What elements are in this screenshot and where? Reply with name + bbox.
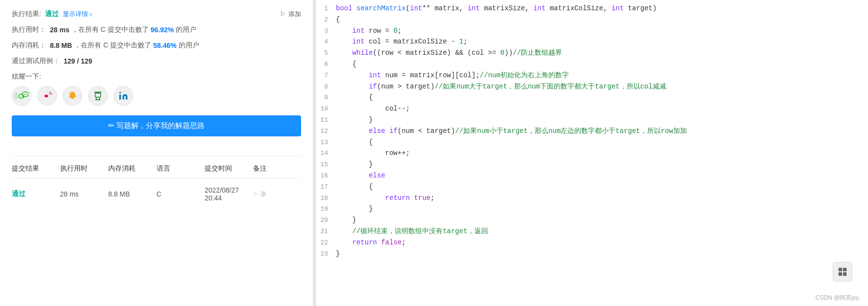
testcase-row: 通过测试用例： 129 / 129 — [12, 57, 301, 66]
code-line-12: 12 else if(num < target)//如果num小于target，… — [316, 126, 868, 137]
code-line-16: 16 else — [316, 170, 868, 181]
code-line-23: 23 } — [316, 248, 868, 260]
code-line-10: 10 col--; — [316, 103, 868, 114]
line-num-23: 23 — [316, 249, 336, 260]
line-num-12: 12 — [316, 127, 336, 137]
code-content-14: row++; — [336, 148, 868, 158]
code-content-3: int row = 0; — [336, 25, 868, 36]
code-line-9: 9 { — [316, 92, 868, 103]
testcase-value: 129 / 129 — [64, 57, 92, 65]
svg-rect-9 — [839, 268, 842, 271]
memory-value: 8.8 MB — [50, 42, 72, 49]
testcase-label: 通过测试用例： — [12, 57, 60, 66]
code-content-8: if(num > target)//如果num大于target，那么num下面的… — [336, 81, 868, 92]
code-content-5: while((row < matrixSize) && (col >= 0))/… — [336, 47, 868, 58]
row-result: 通过 — [12, 190, 60, 198]
code-line-3: 3 int row = 0; — [316, 25, 868, 37]
code-content-10: col--; — [336, 103, 868, 114]
code-content-9: { — [336, 92, 868, 103]
pass-badge: 通过 — [45, 10, 59, 19]
line-num-18: 18 — [316, 194, 336, 204]
col-header-note: 备注 — [253, 164, 302, 173]
code-content-12: else if(num < target)//如果num小于target，那么n… — [336, 126, 868, 136]
memory-suffix: 的用户 — [179, 41, 199, 50]
code-line-5: 5 while((row < matrixSize) && (col >= 0)… — [316, 47, 868, 59]
weibo-icon[interactable] — [37, 86, 57, 106]
line-num-2: 2 — [316, 15, 336, 25]
line-num-13: 13 — [316, 138, 336, 148]
code-content-18: return true; — [336, 193, 868, 203]
line-num-19: 19 — [316, 204, 336, 215]
social-icons:  — [12, 86, 301, 106]
code-content-7: int num = matrix[row][col];//num初始化为右上角的… — [336, 70, 868, 81]
svg-point-5 — [26, 94, 26, 94]
code-content-13: { — [336, 137, 868, 148]
row-memory: 8.8 MB — [108, 190, 157, 198]
code-content-4: int col = matrixColSize - 1; — [336, 36, 868, 47]
line-num-1: 1 — [316, 4, 336, 14]
line-num-8: 8 — [316, 82, 336, 92]
code-line-19: 19 } — [316, 203, 868, 215]
exec-time-value: 28 ms — [50, 26, 70, 34]
svg-point-3 — [24, 94, 24, 94]
svg-rect-11 — [839, 272, 842, 276]
code-line-4: 4 int col = matrixColSize - 1; — [316, 36, 868, 47]
code-content-20: } — [336, 215, 868, 225]
code-line-6: 6 { — [316, 59, 868, 70]
execution-result-row: 执行结果: 通过 显示详情 › ▷ 添加 — [12, 10, 301, 19]
detail-link[interactable]: 显示详情 › — [63, 10, 92, 19]
row-lang: C — [157, 190, 205, 198]
row-note-add[interactable]: ▷ 添 — [253, 190, 302, 198]
line-num-3: 3 — [316, 26, 336, 37]
code-content-1: bool searchMatrix(int** matrix, int matr… — [336, 3, 868, 14]
right-panel: 1 bool searchMatrix(int** matrix, int ma… — [316, 0, 868, 306]
douban-icon[interactable] — [88, 86, 108, 106]
line-num-17: 17 — [316, 182, 336, 193]
svg-point-1 — [20, 96, 21, 96]
write-solution-button[interactable]: ✏ 写题解，分享我的解题思路 — [12, 115, 301, 136]
exec-time-desc: ，在所有 C 提交中击败了 — [71, 25, 149, 34]
row-submit-time: 2022/08/27 20:44 — [205, 186, 253, 202]
code-line-2: 2 { — [316, 14, 868, 25]
memory-row: 内存消耗： 8.8 MB ，在所有 C 提交中击败了 58.46% 的用户 — [12, 41, 301, 50]
svg-point-8 — [119, 92, 121, 93]
line-num-16: 16 — [316, 171, 336, 181]
code-content-19: } — [336, 203, 868, 214]
code-content-23: } — [336, 248, 868, 259]
add-button[interactable]: ▷ 添加 — [280, 10, 301, 19]
exec-time-percent: 96.92% — [151, 26, 174, 34]
code-content-11: } — [336, 114, 868, 125]
code-content-17: { — [336, 181, 868, 192]
line-num-10: 10 — [316, 104, 336, 114]
code-line-1: 1 bool searchMatrix(int** matrix, int ma… — [316, 3, 868, 14]
exec-time-suffix: 的用户 — [176, 25, 196, 34]
svg-point-2 — [22, 96, 22, 96]
line-num-20: 20 — [316, 216, 336, 226]
line-num-5: 5 — [316, 48, 336, 59]
code-content-15: } — [336, 159, 868, 170]
memory-percent: 58.46% — [153, 42, 176, 49]
execution-result-label: 执行结果: — [12, 10, 41, 19]
line-num-4: 4 — [316, 37, 336, 47]
memory-desc: ，在所有 C 提交中击败了 — [74, 41, 151, 50]
line-num-11: 11 — [316, 115, 336, 126]
svg-rect-10 — [843, 268, 846, 271]
svg-point-4 — [25, 94, 25, 94]
watermark: CSDN @阿亮joy. — [816, 294, 860, 302]
code-line-7: 7 int num = matrix[row][col];//num初始化为右上… — [316, 70, 868, 81]
wechat-icon[interactable]:  — [12, 86, 31, 106]
table-row: 通过 28 ms 8.8 MB C 2022/08/27 20:44 ▷ 添 — [12, 182, 301, 206]
code-content-6: { — [336, 59, 868, 69]
col-header-time: 执行用时 — [60, 164, 109, 173]
code-line-22: 22 return false; — [316, 237, 868, 248]
code-line-15: 15 } — [316, 159, 868, 170]
code-container[interactable]: 1 bool searchMatrix(int** matrix, int ma… — [316, 0, 868, 306]
scroll-indicator-button[interactable] — [833, 262, 852, 282]
col-header-result: 提交结果 — [12, 164, 60, 173]
table-header: 提交结果 执行用时 内存消耗 语言 提交时间 备注 — [12, 164, 301, 178]
bell-icon[interactable] — [63, 86, 82, 106]
line-num-15: 15 — [316, 160, 336, 170]
code-line-17: 17 { — [316, 181, 868, 193]
linkedin-icon[interactable] — [114, 86, 133, 106]
code-line-13: 13 { — [316, 137, 868, 148]
